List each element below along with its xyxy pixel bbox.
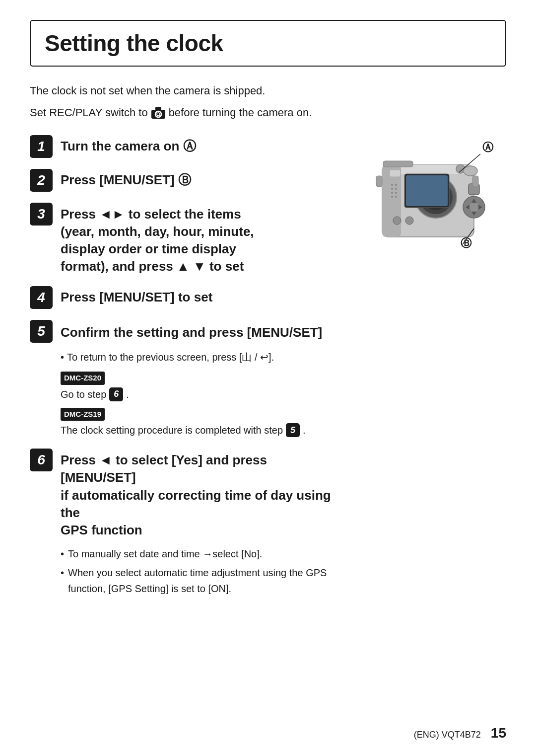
step-4: 4 Press [MENU/SET] to set xyxy=(30,286,337,309)
step-3-line1: Press ◄► to select the items xyxy=(61,207,241,222)
step-circle-5: 5 xyxy=(286,423,300,437)
svg-rect-39 xyxy=(472,176,478,187)
svg-point-30 xyxy=(391,184,393,186)
step-5-text: Confirm the setting and press [MENU/SET] xyxy=(61,321,322,341)
svg-rect-1 xyxy=(155,107,161,111)
svg-rect-25 xyxy=(383,161,413,167)
svg-text:Ⓐ: Ⓐ xyxy=(482,141,494,153)
step-2: 2 Press [MENU/SET] Ⓑ xyxy=(30,169,337,192)
step-6-line2: if automatically correcting time of day … xyxy=(61,488,331,520)
step-6-bullet1-text: To manually set date and time →select [N… xyxy=(68,546,262,562)
svg-point-26 xyxy=(395,184,397,186)
main-content: 1 Turn the camera on Ⓐ 2 Press [MENU/SET… xyxy=(30,135,506,607)
step-6-notes: • To manually set date and time →select … xyxy=(30,546,337,597)
set-switch-suffix: before turning the camera on. xyxy=(169,106,312,119)
svg-point-20 xyxy=(469,202,479,212)
camera-illustration: Ⓐ xyxy=(352,140,501,314)
step-3-badge: 3 xyxy=(30,203,53,226)
svg-rect-17 xyxy=(406,175,448,206)
step-6-bullet2-line2: function, [GPS Setting] is set to [ON]. xyxy=(68,581,327,597)
step-5-model1-label: DMC-ZS20 xyxy=(61,368,337,387)
step-circle-6: 6 xyxy=(109,387,123,401)
step-6-text: Press ◄ to select [Yes] and press [MENU/… xyxy=(61,449,337,538)
step-6-header: 6 Press ◄ to select [Yes] and press [MEN… xyxy=(30,449,337,538)
page-number: 15 xyxy=(491,725,506,741)
step-3-line4: format), and press ▲ ▼ to set xyxy=(61,259,244,274)
step-6-line1: Press ◄ to select [Yes] and press [MENU/… xyxy=(61,453,267,485)
step-3-text: Press ◄► to select the items (year, mont… xyxy=(61,203,254,275)
step-6-badge: 6 xyxy=(30,449,53,471)
step-4-text: Press [MENU/SET] to set xyxy=(61,286,212,306)
svg-point-29 xyxy=(395,196,397,198)
steps-column: 1 Turn the camera on Ⓐ 2 Press [MENU/SET… xyxy=(30,135,337,607)
step-1-badge: 1 xyxy=(30,135,53,158)
svg-point-35 xyxy=(405,217,413,225)
page-title: Setting the clock xyxy=(45,30,491,57)
svg-rect-40 xyxy=(376,176,382,187)
camera-mode-icon xyxy=(151,106,166,119)
svg-rect-13 xyxy=(390,170,401,177)
intro-text: The clock is not set when the camera is … xyxy=(30,84,506,97)
page-footer: (ENG) VQT4B72 15 xyxy=(414,725,506,741)
step-6-bullet1: • To manually set date and time →select … xyxy=(61,546,337,562)
step-5-notes: • To return to the previous screen, pres… xyxy=(30,350,337,438)
step-6-line3: GPS function xyxy=(61,523,142,537)
step-3-line2: (year, month, day, hour, minute, xyxy=(61,224,254,239)
svg-point-33 xyxy=(391,196,393,198)
camera-column: Ⓐ xyxy=(352,135,506,316)
step-1: 1 Turn the camera on Ⓐ xyxy=(30,135,337,158)
svg-point-27 xyxy=(395,188,397,190)
step-6-bullet2: • When you select automatic time adjustm… xyxy=(61,565,337,597)
set-switch-prefix: Set REC/PLAY switch to xyxy=(30,106,148,119)
step-6-bullet2-line1: When you select automatic time adjustmen… xyxy=(68,565,327,581)
step-5: 5 Confirm the setting and press [MENU/SE… xyxy=(30,320,337,438)
page-container: Setting the clock The clock is not set w… xyxy=(0,0,536,756)
svg-point-28 xyxy=(395,192,397,194)
svg-point-15 xyxy=(464,166,477,176)
step-3: 3 Press ◄► to select the items (year, mo… xyxy=(30,203,337,275)
step-3-line3: display order or time display xyxy=(61,241,236,256)
step-6: 6 Press ◄ to select [Yes] and press [MEN… xyxy=(30,449,337,596)
step-2-text: Press [MENU/SET] Ⓑ xyxy=(61,169,191,189)
step-5-model2-label: DMC-ZS19 xyxy=(61,404,337,423)
title-box: Setting the clock xyxy=(30,20,506,67)
footer-text: (ENG) VQT4B72 xyxy=(414,730,481,740)
step-4-badge: 4 xyxy=(30,286,53,309)
step-5-header: 5 Confirm the setting and press [MENU/SE… xyxy=(30,320,337,343)
step-5-bullet1: • To return to the previous screen, pres… xyxy=(61,350,337,365)
svg-point-32 xyxy=(391,192,393,194)
step-5-model1-note: Go to step 6 . xyxy=(61,387,337,402)
step-1-text: Turn the camera on Ⓐ xyxy=(61,135,196,155)
step-2-badge: 2 xyxy=(30,169,53,192)
step-5-bullet1-text: To return to the previous screen, press … xyxy=(67,350,274,365)
set-switch-line: Set REC/PLAY switch to before turning th… xyxy=(30,106,506,119)
step-5-badge: 5 xyxy=(30,320,53,343)
svg-point-31 xyxy=(391,188,393,190)
step-5-model2-note: The clock setting procedure is completed… xyxy=(61,423,337,438)
svg-point-34 xyxy=(393,217,401,225)
